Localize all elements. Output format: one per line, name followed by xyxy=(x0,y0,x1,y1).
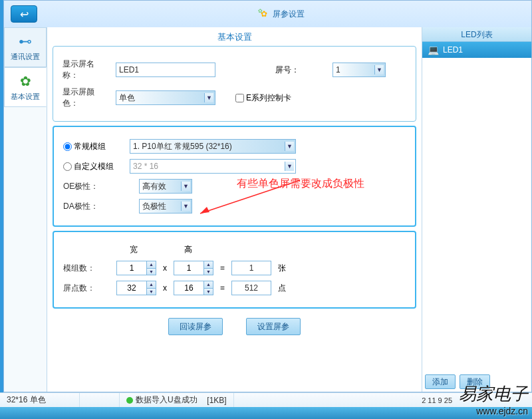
e-series-label: E系列控制卡 xyxy=(246,92,291,104)
spin-up-icon[interactable]: ▲ xyxy=(203,281,213,289)
spin-down-icon[interactable]: ▼ xyxy=(203,269,213,275)
chevron-down-icon: ▼ xyxy=(204,93,213,102)
sidebar-comm-label: 通讯设置 xyxy=(11,52,40,62)
normal-module-radio-row[interactable]: 常规模组 xyxy=(63,141,123,152)
action-buttons: 回读屏参 设置屏参 xyxy=(53,313,416,338)
back-arrow-icon: ↩ xyxy=(20,8,29,21)
title-bar: ↩ 屏参设置 xyxy=(4,1,531,27)
times-symbol: x xyxy=(163,263,167,273)
led-list-buttons: 添加 删除 xyxy=(422,372,531,392)
led-list-panel: LED列表 💻 LED1 添加 删除 xyxy=(422,27,531,392)
screen-no-value: 1 xyxy=(336,65,340,74)
normal-module-value: 1. P10单红 常规595 (32*16) xyxy=(133,141,232,152)
label-screen-name: 显示屏名称： xyxy=(63,59,109,81)
custom-module-label: 自定义模组 xyxy=(74,161,114,172)
screen-name-input[interactable] xyxy=(116,63,215,77)
custom-module-radio[interactable] xyxy=(63,162,72,171)
width-header: 宽 xyxy=(130,244,138,255)
panel-basic: 显示屏名称： 屏号： 1 ▼ 显示屏颜色： 单色 ▼ xyxy=(53,46,416,122)
screen-color-select[interactable]: 单色 ▼ xyxy=(116,90,215,105)
normal-module-select[interactable]: 1. P10单红 常规595 (32*16) ▼ xyxy=(130,139,296,154)
back-button[interactable]: ↩ xyxy=(11,5,37,23)
gear-green-icon: ✿ xyxy=(20,73,31,89)
module-width-spinner[interactable]: ▲▼ xyxy=(116,261,156,275)
set-params-button[interactable]: 设置屏参 xyxy=(246,318,301,335)
main-panel: 基本设置 显示屏名称： 屏号： 1 ▼ 显示屏颜色： xyxy=(47,27,422,392)
module-height-spinner[interactable]: ▲▼ xyxy=(174,261,213,275)
status-size: [1KB] xyxy=(207,396,226,405)
pixel-width-spinner[interactable]: ▲▼ xyxy=(116,281,156,295)
equals-symbol: = xyxy=(220,283,225,293)
window-title-text: 屏参设置 xyxy=(273,9,305,20)
spin-down-icon[interactable]: ▼ xyxy=(146,269,156,275)
chevron-down-icon: ▼ xyxy=(285,142,294,151)
status-bar: 32*16 单色 数据导入U盘成功 [1KB] xyxy=(0,392,532,407)
chevron-down-icon: ▼ xyxy=(181,182,190,191)
panel-module: 常规模组 1. P10单红 常规595 (32*16) ▼ 自定义模组 32 *… xyxy=(53,126,416,227)
chevron-down-icon: ▼ xyxy=(374,65,384,74)
os-taskbar xyxy=(0,407,532,419)
module-height-input[interactable] xyxy=(174,261,203,275)
oe-polarity-select[interactable]: 高有效 ▼ xyxy=(139,179,192,194)
equals-symbol: = xyxy=(220,263,225,273)
laptop-icon: 💻 xyxy=(428,45,439,55)
spin-up-icon[interactable]: ▲ xyxy=(203,261,213,269)
custom-module-radio-row[interactable]: 自定义模组 xyxy=(63,161,123,172)
height-header: 高 xyxy=(184,244,192,255)
panel-dimensions: 宽 高 模组数： ▲▼ x ▲▼ = 1 张 屏点数 xyxy=(53,231,416,309)
screen-color-value: 单色 xyxy=(119,92,135,104)
normal-module-radio[interactable] xyxy=(63,142,72,151)
led-item-label: LED1 xyxy=(443,45,463,55)
label-da-polarity: DA极性： xyxy=(63,201,110,212)
e-series-checkbox[interactable] xyxy=(235,94,244,102)
label-screen-color: 显示屏颜色： xyxy=(63,86,109,109)
led-list-items: 💻 LED1 xyxy=(422,42,531,372)
sidebar: ⊷ 通讯设置 ✿ 基本设置 xyxy=(4,27,47,392)
led-list-item[interactable]: 💻 LED1 xyxy=(422,42,531,58)
sidebar-item-comm[interactable]: ⊷ 通讯设置 xyxy=(4,27,47,67)
chevron-down-icon: ▼ xyxy=(181,202,190,211)
e-series-checkbox-row[interactable]: E系列控制卡 xyxy=(235,92,291,104)
oe-polarity-value: 高有效 xyxy=(142,181,166,192)
custom-module-value: 32 * 16 xyxy=(133,162,158,171)
read-params-button[interactable]: 回读屏参 xyxy=(168,318,223,335)
status-ok-icon xyxy=(126,397,133,404)
gear-icon xyxy=(258,8,270,20)
pixel-total: 512 xyxy=(231,281,271,295)
custom-module-select[interactable]: 32 * 16 ▼ xyxy=(130,159,296,174)
screen-no-select[interactable]: 1 ▼ xyxy=(332,63,386,77)
status-message: 数据导入U盘成功 xyxy=(136,394,198,406)
da-polarity-value: 负极性 xyxy=(142,201,166,212)
delete-button[interactable]: 删除 xyxy=(460,374,490,389)
clock-text: 2 11 9 25 xyxy=(422,396,452,404)
chevron-down-icon: ▼ xyxy=(285,162,294,171)
label-module-count: 模组数： xyxy=(63,263,110,274)
label-screen-no: 屏号： xyxy=(275,65,299,76)
module-width-input[interactable] xyxy=(117,261,146,275)
times-symbol: x xyxy=(163,283,167,293)
unit-point: 点 xyxy=(278,283,286,294)
spin-up-icon[interactable]: ▲ xyxy=(146,281,156,289)
status-resolution: 32*16 单色 xyxy=(0,393,80,407)
pixel-height-input[interactable] xyxy=(174,281,203,295)
pixel-height-spinner[interactable]: ▲▼ xyxy=(174,281,213,295)
unit-sheet: 张 xyxy=(278,263,286,274)
sidebar-item-basic[interactable]: ✿ 基本设置 xyxy=(4,67,47,107)
spin-down-icon[interactable]: ▼ xyxy=(146,289,156,295)
spin-down-icon[interactable]: ▼ xyxy=(203,289,213,295)
sidebar-basic-label: 基本设置 xyxy=(11,92,40,102)
usb-icon: ⊷ xyxy=(19,33,32,49)
add-button[interactable]: 添加 xyxy=(425,374,456,389)
basic-panel-title: 基本设置 xyxy=(53,31,416,43)
led-list-header: LED列表 xyxy=(422,27,531,42)
status-message-seg: 数据导入U盘成功 [1KB] xyxy=(120,393,234,407)
window-title: 屏参设置 xyxy=(37,8,525,20)
label-pixel-count: 屏点数： xyxy=(63,283,110,294)
da-polarity-select[interactable]: 负极性 ▼ xyxy=(139,199,192,213)
normal-module-label: 常规模组 xyxy=(74,141,106,152)
module-total: 1 xyxy=(231,261,271,275)
pixel-width-input[interactable] xyxy=(117,281,146,295)
annotation-text: 有些单色屏需要改成负极性 xyxy=(237,177,364,191)
spin-up-icon[interactable]: ▲ xyxy=(146,261,156,269)
settings-window: ↩ 屏参设置 ⊷ 通讯设置 ✿ 基本设置 基本设置 显示屏名称： xyxy=(3,0,532,392)
